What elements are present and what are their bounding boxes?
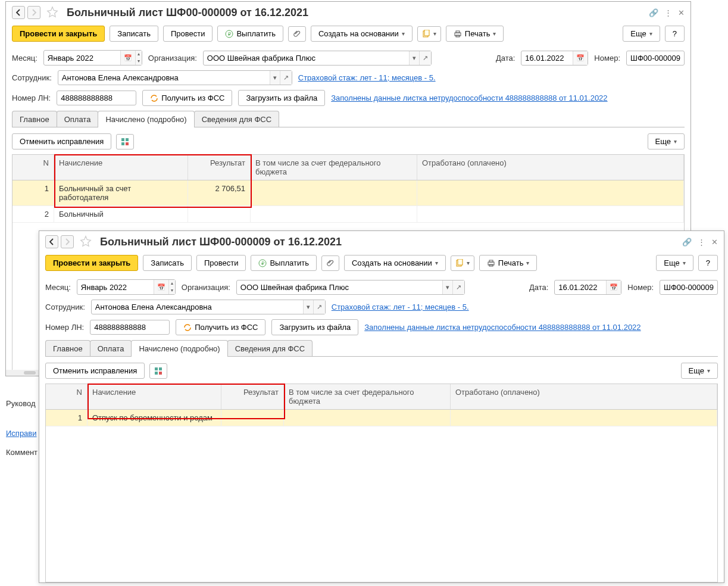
attach-button[interactable] (288, 26, 306, 42)
submit-button[interactable]: Провести (196, 255, 246, 271)
col-worked[interactable]: Отработано (оплачено) (451, 384, 717, 409)
filled-link[interactable]: Заполнены данные листка нетрудоспособнос… (331, 93, 607, 102)
close-icon[interactable]: ✕ (711, 238, 718, 247)
org-dropdown-button[interactable]: ▾ (442, 280, 452, 294)
load-file-button[interactable]: Загрузить из файла (271, 319, 358, 335)
doc-action-button[interactable] (417, 26, 441, 42)
submit-button[interactable]: Провести (163, 26, 213, 42)
cancel-fix-button[interactable]: Отменить исправления (45, 363, 145, 379)
tab-payment[interactable]: Оплата (90, 340, 132, 357)
pay-button[interactable]: ₽Выплатить (217, 26, 283, 42)
svg-rect-18 (155, 367, 158, 370)
menu-icon[interactable]: ⋮ (698, 238, 705, 247)
print-icon (454, 30, 462, 38)
month-down-button[interactable]: ▾ (135, 58, 142, 65)
col-accrual[interactable]: Начисление (54, 155, 188, 180)
stazh-link[interactable]: Страховой стаж: лет - 11; месяцев - 5. (332, 303, 469, 311)
date-calendar-button[interactable]: 📅 (573, 51, 588, 65)
save-button[interactable]: Записать (110, 26, 158, 42)
back-button[interactable] (12, 6, 25, 19)
col-result[interactable]: Результат (188, 155, 251, 180)
number-input[interactable] (660, 280, 717, 294)
menu-icon[interactable]: ⋮ (664, 8, 672, 17)
tab-accrued[interactable]: Начислено (подробно) (98, 111, 194, 127)
col-federal[interactable]: В том числе за счет федерального бюджета (251, 155, 417, 180)
submit-close-button[interactable]: Провести и закрыть (45, 255, 138, 271)
tab-accrued[interactable]: Начислено (подробно) (131, 340, 227, 357)
footer-link-2[interactable]: Исправи (6, 429, 37, 438)
date-input[interactable] (521, 51, 573, 65)
tab-fss[interactable]: Сведения для ФСС (194, 111, 279, 127)
tab-fss[interactable]: Сведения для ФСС (227, 340, 313, 357)
org-open-button[interactable]: ↗ (419, 51, 431, 65)
month-input[interactable] (77, 280, 154, 294)
get-fss-button[interactable]: Получить из ФСС (176, 319, 265, 335)
doc-action-button[interactable] (451, 255, 474, 271)
favorite-icon[interactable] (80, 235, 92, 249)
table-row[interactable]: 1 Больничный за счет работодателя 2 706,… (13, 180, 684, 206)
org-dropdown-button[interactable]: ▾ (409, 51, 419, 65)
month-calendar-button[interactable]: 📅 (120, 51, 135, 65)
submit-close-button[interactable]: Провести и закрыть (12, 26, 105, 42)
print-button[interactable]: Печать (479, 255, 538, 271)
attach-button[interactable] (321, 255, 339, 271)
filled-link[interactable]: Заполнены данные листка нетрудоспособнос… (364, 323, 640, 332)
col-federal[interactable]: В том числе за счет федерального бюджета (284, 384, 451, 409)
date-calendar-button[interactable]: 📅 (606, 280, 621, 294)
col-n[interactable]: N (13, 155, 54, 180)
col-accrual[interactable]: Начисление (88, 384, 221, 409)
col-result[interactable]: Результат (221, 384, 284, 409)
employee-input[interactable] (58, 71, 270, 85)
close-icon[interactable]: ✕ (678, 8, 685, 17)
ln-input[interactable] (57, 91, 136, 105)
forward-button[interactable] (61, 235, 74, 248)
grid-settings-button[interactable] (116, 134, 134, 149)
grid-more-button[interactable]: Еще (681, 363, 718, 379)
tab-main[interactable]: Главное (45, 340, 90, 357)
create-based-button[interactable]: Создать на основании (344, 255, 446, 271)
month-up-button[interactable]: ▴ (168, 280, 175, 287)
help-button[interactable]: ? (698, 255, 718, 271)
tab-main[interactable]: Главное (12, 111, 57, 127)
org-input[interactable] (204, 51, 409, 65)
help-button[interactable]: ? (665, 26, 685, 42)
tab-payment[interactable]: Оплата (57, 111, 99, 127)
month-up-button[interactable]: ▴ (135, 51, 142, 58)
forward-button[interactable] (27, 6, 40, 19)
grid-more-button[interactable]: Еще (648, 133, 685, 149)
org-open-button[interactable]: ↗ (452, 280, 464, 294)
link-icon[interactable]: 🔗 (649, 8, 658, 17)
month-input[interactable] (44, 51, 120, 65)
pay-button[interactable]: ₽Выплатить (251, 255, 317, 271)
number-input[interactable] (627, 51, 684, 65)
table-row[interactable]: 1 Отпуск по беременности и родам (46, 410, 717, 426)
grid-settings-button[interactable] (149, 363, 167, 379)
link-icon[interactable]: 🔗 (682, 238, 692, 247)
employee-dropdown-button[interactable]: ▾ (303, 300, 313, 314)
more-button[interactable]: Еще (656, 255, 693, 271)
svg-rect-21 (159, 372, 162, 375)
employee-open-button[interactable]: ↗ (313, 300, 325, 314)
save-button[interactable]: Записать (143, 255, 192, 271)
employee-input[interactable] (92, 300, 303, 314)
month-input-group: 📅 ▴ ▾ (43, 50, 142, 66)
create-based-button[interactable]: Создать на основании (311, 26, 413, 42)
table-row[interactable]: 2 Больничный (13, 206, 684, 223)
more-button[interactable]: Еще (623, 26, 660, 42)
get-fss-button[interactable]: Получить из ФСС (142, 90, 232, 106)
date-input[interactable] (555, 280, 606, 294)
col-n[interactable]: N (46, 384, 88, 409)
month-down-button[interactable]: ▾ (168, 287, 175, 294)
back-button[interactable] (45, 235, 58, 248)
load-file-button[interactable]: Загрузить из файла (238, 90, 325, 106)
stazh-link[interactable]: Страховой стаж: лет - 11; месяцев - 5. (298, 73, 436, 82)
cancel-fix-button[interactable]: Отменить исправления (12, 133, 111, 149)
col-worked[interactable]: Отработано (оплачено) (417, 155, 684, 180)
favorite-icon[interactable] (46, 6, 58, 20)
org-input[interactable] (237, 280, 442, 294)
month-calendar-button[interactable]: 📅 (154, 280, 168, 294)
employee-open-button[interactable]: ↗ (280, 71, 292, 85)
employee-dropdown-button[interactable]: ▾ (270, 71, 280, 85)
ln-input[interactable] (90, 320, 169, 334)
print-button[interactable]: Печать (446, 26, 504, 42)
